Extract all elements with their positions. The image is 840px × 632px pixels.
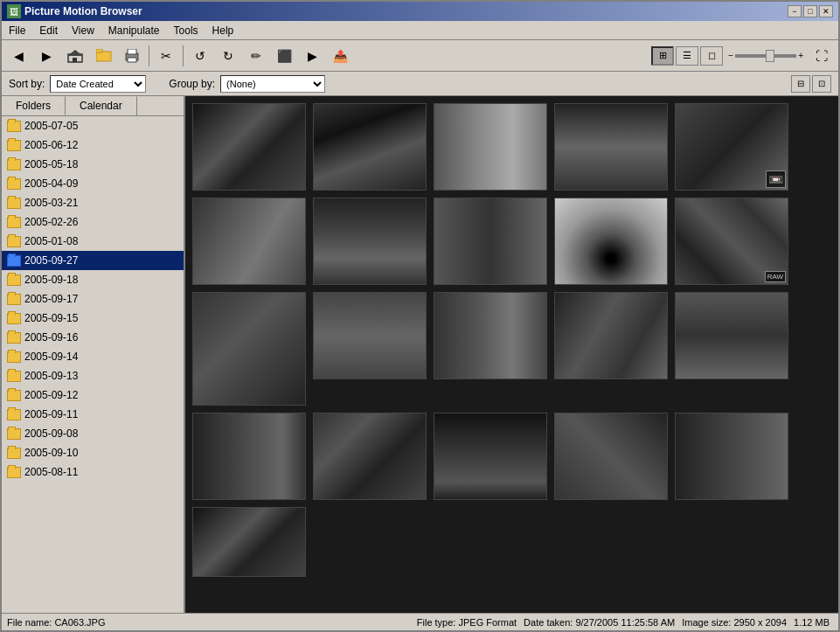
cut-button[interactable]: ✂ xyxy=(153,44,179,68)
sidebar: Folders Calendar 2005-07-05 2005-06-12 2… xyxy=(2,96,185,613)
folder-icon xyxy=(7,294,21,305)
filmstrip-button[interactable]: ▶ xyxy=(299,44,325,68)
folder-icon xyxy=(7,236,21,247)
thumbnail-14[interactable] xyxy=(554,292,668,379)
svg-rect-6 xyxy=(128,49,136,54)
back-button[interactable]: ◀ xyxy=(5,44,31,68)
thumbnail-16[interactable] xyxy=(192,413,306,500)
upload-button[interactable]: 📤 xyxy=(327,44,353,68)
forward-button[interactable]: ▶ xyxy=(33,44,59,68)
folder-item-selected[interactable]: 2005-09-27 xyxy=(2,251,184,270)
toolbar-separator-2 xyxy=(183,45,184,66)
folder-icon xyxy=(7,274,21,286)
folder-icon xyxy=(7,313,21,324)
tab-folders[interactable]: Folders xyxy=(2,96,66,115)
minimize-button[interactable]: − xyxy=(788,5,802,17)
folder-item[interactable]: 2005-04-09 xyxy=(2,174,184,193)
folder-item[interactable]: 2005-06-12 xyxy=(2,135,184,155)
menu-edit[interactable]: Edit xyxy=(32,22,65,39)
thumbnail-6[interactable] xyxy=(192,198,306,285)
title-bar: 🖼 Picture Motion Browser − □ ✕ xyxy=(2,2,838,21)
color-button[interactable]: ⬛ xyxy=(271,44,297,68)
edit-button[interactable]: ✏ xyxy=(243,44,269,68)
group-select[interactable]: (None) Date Folder Type xyxy=(220,75,325,93)
status-filetype: File type: JPEG Format xyxy=(417,617,517,628)
folder-item[interactable]: 2005-05-18 xyxy=(2,155,184,174)
menu-view[interactable]: View xyxy=(65,22,101,39)
thumbnail-11[interactable] xyxy=(192,292,306,406)
tab-calendar[interactable]: Calendar xyxy=(66,96,137,115)
content-area[interactable]: 📼 RAW xyxy=(185,96,838,613)
main-area: Folders Calendar 2005-07-05 2005-06-12 2… xyxy=(2,96,838,613)
sort-bar: Sort by: Date Created File Name File Siz… xyxy=(2,72,838,96)
thumbnail-21[interactable] xyxy=(192,507,306,577)
thumbnail-2[interactable] xyxy=(313,103,427,191)
folder-icon xyxy=(7,428,21,440)
folder-button[interactable] xyxy=(91,44,117,68)
folder-item[interactable]: 2005-09-11 xyxy=(2,405,184,424)
thumbnail-13[interactable] xyxy=(434,292,547,379)
folder-item[interactable]: 2005-01-08 xyxy=(2,232,184,251)
thumbnail-15[interactable] xyxy=(675,292,788,379)
folder-item[interactable]: 2005-09-14 xyxy=(2,347,184,366)
group-label: Group by: xyxy=(169,78,215,90)
folder-item[interactable]: 2005-07-05 xyxy=(2,116,184,135)
list-view-button[interactable]: ☰ xyxy=(676,46,698,66)
rotate-left-button[interactable]: ↺ xyxy=(187,44,213,68)
menu-manipulate[interactable]: Manipulate xyxy=(101,22,167,39)
toolbar: ◀ ▶ ✂ ↺ ↻ ✏ ⬛ ▶ 📤 ⊞ ☰ ◻ − + xyxy=(2,40,838,72)
thumbnail-3[interactable] xyxy=(434,103,547,191)
folder-item[interactable]: 2005-09-15 xyxy=(2,309,184,328)
folder-icon xyxy=(7,140,21,151)
folder-icon xyxy=(7,467,21,478)
folder-item[interactable]: 2005-09-17 xyxy=(2,289,184,309)
folder-item[interactable]: 2005-09-10 xyxy=(2,443,184,462)
folder-item[interactable]: 2005-02-26 xyxy=(2,212,184,232)
folder-item[interactable]: 2005-09-13 xyxy=(2,366,184,385)
view-buttons: ⊞ ☰ ◻ xyxy=(651,46,723,66)
sort-label: Sort by: xyxy=(9,78,45,90)
thumbnail-8[interactable] xyxy=(434,198,547,285)
thumbnail-12[interactable] xyxy=(313,292,427,379)
sort-select[interactable]: Date Created File Name File Size Date Mo… xyxy=(50,75,146,93)
maximize-button[interactable]: □ xyxy=(803,5,817,17)
menu-tools[interactable]: Tools xyxy=(167,22,205,39)
title-bar-left: 🖼 Picture Motion Browser xyxy=(7,4,142,18)
menu-bar: File Edit View Manipulate Tools Help xyxy=(2,21,838,40)
folder-item[interactable]: 2005-08-11 xyxy=(2,462,184,482)
detail-view-button[interactable]: ◻ xyxy=(700,46,723,66)
thumbnail-10[interactable]: RAW xyxy=(675,198,788,285)
menu-file[interactable]: File xyxy=(2,22,32,39)
thumbnail-4[interactable] xyxy=(554,103,668,191)
thumbnail-5[interactable]: 📼 xyxy=(675,103,788,191)
fullscreen-button[interactable]: ⛶ xyxy=(809,44,835,68)
rotate-right-button[interactable]: ↻ xyxy=(215,44,241,68)
close-button[interactable]: ✕ xyxy=(819,5,833,17)
title-buttons: − □ ✕ xyxy=(788,5,833,17)
thumbnail-20[interactable] xyxy=(675,413,788,500)
folder-item[interactable]: 2005-09-18 xyxy=(2,270,184,289)
folder-item[interactable]: 2005-09-16 xyxy=(2,328,184,347)
folder-icon xyxy=(7,121,21,132)
thumbnail-19[interactable] xyxy=(554,413,668,500)
thumbnail-18[interactable] xyxy=(434,413,547,500)
zoom-slider-thumb[interactable] xyxy=(766,50,774,62)
folder-icon xyxy=(7,409,21,420)
thumbnail-17[interactable] xyxy=(313,413,427,500)
svg-rect-7 xyxy=(128,58,136,62)
split-view-button[interactable]: ⊟ xyxy=(791,75,810,93)
folder-item[interactable]: 2005-09-08 xyxy=(2,424,184,443)
zoom-slider[interactable] xyxy=(735,54,796,58)
thumbnail-9[interactable] xyxy=(554,198,668,285)
thumbnail-7[interactable] xyxy=(313,198,427,285)
print-button[interactable] xyxy=(119,44,145,68)
single-view-button[interactable]: ⊡ xyxy=(812,75,831,93)
grid-view-button[interactable]: ⊞ xyxy=(651,46,674,66)
folder-item[interactable]: 2005-03-21 xyxy=(2,193,184,212)
folder-item[interactable]: 2005-09-12 xyxy=(2,385,184,405)
home-button[interactable] xyxy=(61,44,89,68)
folder-list: 2005-07-05 2005-06-12 2005-05-18 2005-04… xyxy=(2,116,184,613)
status-filename: File name: CA063.JPG xyxy=(7,617,410,628)
thumbnail-1[interactable] xyxy=(192,103,306,191)
menu-help[interactable]: Help xyxy=(205,22,241,39)
